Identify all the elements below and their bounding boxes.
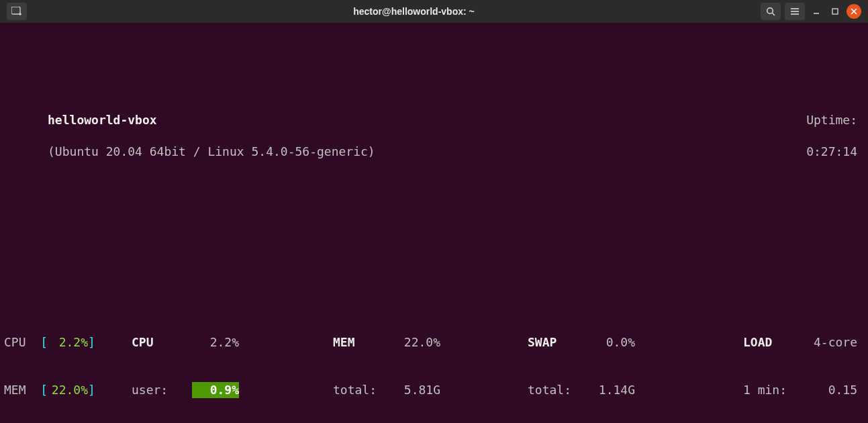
svg-line-2 (773, 13, 775, 16)
load-title: LOAD (743, 334, 804, 350)
hostname: helloworld-vbox (48, 113, 157, 127)
uptime-value: 0:27:14 (806, 144, 857, 158)
terminal-output[interactable]: helloworld-vbox (Ubuntu 20.04 64bit / Li… (0, 23, 868, 423)
hamburger-icon (790, 7, 800, 15)
uptime-label: Uptime: (806, 113, 857, 127)
cpu-block: CPU2.2% user:0.9% system:0.5% idle:98.4% (132, 302, 333, 423)
maximize-button[interactable] (828, 4, 842, 19)
mem-pct: 22.0% (387, 334, 440, 350)
load-1min-value: 0.15 (804, 382, 857, 398)
swap-total-label: total: (528, 382, 581, 398)
mem-total-value: 5.81G (387, 382, 440, 398)
mem-title: MEM (333, 334, 387, 350)
window-titlebar: hector@helloworld-vbox: ~ (0, 0, 868, 23)
mini-cpu-label: CPU (4, 335, 26, 349)
header-line: helloworld-vbox (Ubuntu 20.04 64bit / Li… (4, 96, 864, 176)
mini-bars: CPU [2.2%] MEM [22.0%] SWAP [0.0%] (4, 302, 132, 423)
minimize-button[interactable] (809, 4, 824, 19)
search-button[interactable] (761, 3, 781, 20)
minimize-icon (812, 7, 820, 15)
svg-rect-7 (832, 9, 838, 14)
svg-rect-0 (11, 7, 20, 14)
swap-block: SWAP0.0% total:1.14G used:0 free:1.14G (528, 302, 729, 423)
load-1min-label: 1 min: (743, 382, 804, 398)
swap-pct: 0.0% (581, 334, 635, 350)
mem-total-label: total: (333, 382, 387, 398)
gauges-block: CPU [2.2%] MEM [22.0%] SWAP [0.0%] CPU2.… (4, 302, 864, 423)
new-tab-button[interactable] (7, 3, 27, 20)
mini-mem-value: 22.0% (48, 382, 88, 398)
cpu-user-value: 0.9% (192, 382, 239, 398)
swap-title: SWAP (528, 334, 581, 350)
svg-point-1 (767, 8, 773, 14)
terminal-plus-icon (11, 7, 22, 16)
close-button[interactable] (847, 4, 861, 19)
menu-button[interactable] (785, 3, 805, 20)
os-info: (Ubuntu 20.04 64bit / Linux 5.4.0-56-gen… (48, 144, 375, 158)
mini-mem-label: MEM (4, 383, 26, 397)
close-icon (851, 8, 857, 15)
load-cores: 4-core (804, 334, 857, 350)
cpu-total: 2.2% (192, 334, 239, 350)
load-block: LOAD4-core 1 min:0.15 5 min:0.07 15 min:… (729, 302, 864, 423)
mini-cpu-value: 2.2% (48, 334, 88, 350)
maximize-icon (831, 7, 839, 15)
mem-block: MEM22.0% total:5.81G used:1.28G free:4.5… (333, 302, 528, 423)
cpu-user-label: user: (132, 382, 192, 398)
swap-total-value: 1.14G (581, 382, 635, 398)
cpu-title: CPU (132, 334, 192, 350)
search-icon (766, 7, 775, 16)
window-title: hector@helloworld-vbox: ~ (114, 5, 714, 17)
